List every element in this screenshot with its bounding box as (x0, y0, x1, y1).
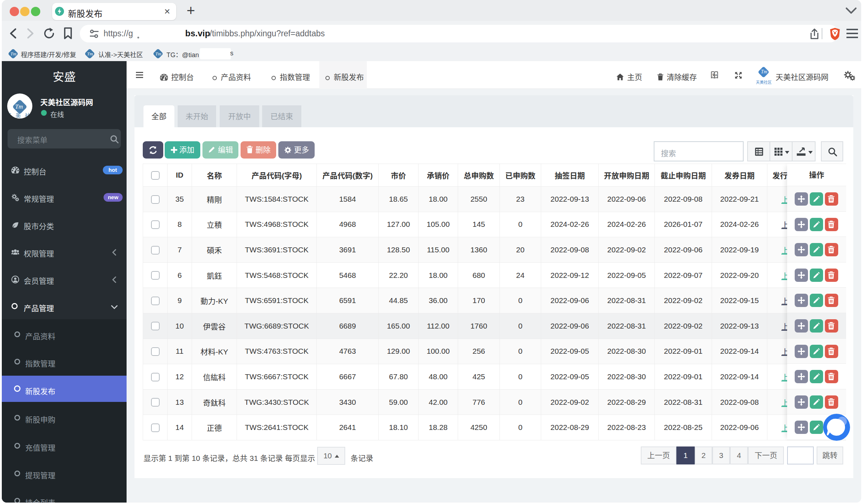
svg-text:A: A (715, 73, 717, 77)
svg-text:文: 文 (712, 72, 715, 77)
